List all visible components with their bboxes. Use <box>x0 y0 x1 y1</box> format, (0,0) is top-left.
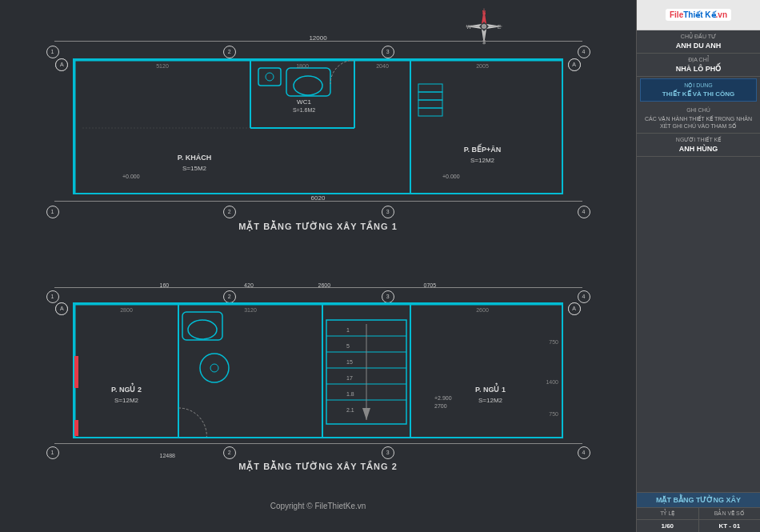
note-value: CÁC VẬN HÀNH THIẾT KẾ TRONG NHÂN XÉT GHI… <box>642 115 755 130</box>
svg-text:S=12M2: S=12M2 <box>470 157 495 164</box>
axis-3c: 3 <box>382 290 394 303</box>
sidebar: File Thiết Kế .vn CHỦ ĐẦU TƯ ANH DU ANH … <box>636 0 760 532</box>
svg-text:2800: 2800 <box>120 307 133 313</box>
svg-text:2600: 2600 <box>476 307 489 313</box>
project-owner-label: CHỦ ĐẦU TƯ <box>642 34 755 40</box>
svg-point-19 <box>294 76 322 95</box>
svg-text:2040: 2040 <box>376 63 389 69</box>
svg-rect-39 <box>74 304 562 438</box>
svg-rect-18 <box>286 68 330 96</box>
dim-total-1: 12000 <box>309 34 326 42</box>
svg-text:N: N <box>482 10 486 15</box>
svg-text:1800: 1800 <box>296 63 309 69</box>
svg-text:P. NGỦ 1: P. NGỦ 1 <box>475 382 506 394</box>
svg-text:WC1: WC1 <box>297 98 311 106</box>
designer-section: NGƯỜI THIẾT KẾ ANH HÙNG <box>637 134 760 157</box>
svg-point-54 <box>210 364 218 372</box>
svg-point-52 <box>188 320 217 339</box>
svg-text:2700: 2700 <box>434 403 447 409</box>
svg-text:S=12M2: S=12M2 <box>114 397 139 404</box>
svg-rect-20 <box>258 68 281 86</box>
address-section: ĐỊA CHỈ NHÀ LÔ PHỐ <box>637 54 760 77</box>
logo-vn: .vn <box>716 10 727 19</box>
svg-rect-75 <box>74 420 78 436</box>
main-drawing-area: S N W E 12000 1 2 3 4 B <box>0 0 636 532</box>
axis-4b: 4 <box>578 206 590 218</box>
axis-a-left1: A <box>55 58 68 71</box>
axis-3a: 3 <box>382 46 394 58</box>
floor2-title: MẶT BẰNG TƯỜNG XÂY TẦNG 2 <box>14 462 622 472</box>
description-section: NỘI DUNG THIẾT KẾ VÀ THI CÔNG <box>640 78 757 102</box>
description-label: NỘI DUNG <box>646 82 751 89</box>
axis-a-right2: A <box>568 302 581 315</box>
footer-row-2: 1/60 KT - 01 <box>637 519 760 532</box>
logo-area: File Thiết Kế .vn <box>637 0 760 30</box>
svg-text:750: 750 <box>550 339 559 345</box>
designer-label: NGƯỜI THIẾT KẾ <box>642 137 755 143</box>
svg-text:+0.000: +0.000 <box>122 174 140 179</box>
svg-text:S=12M2: S=12M2 <box>478 397 503 404</box>
svg-text:S=1.6M2: S=1.6M2 <box>293 107 315 113</box>
svg-text:P. KHÁCH: P. KHÁCH <box>178 154 211 162</box>
footer-row-1: TỶ LỆ BẢN VẼ SỐ <box>637 507 760 519</box>
logo-thietke: Thiết Kế <box>683 10 715 19</box>
svg-text:1.8: 1.8 <box>346 391 354 397</box>
logo-file: File <box>670 10 683 19</box>
axis-4c: 4 <box>578 290 590 303</box>
note-label: GHI CHÚ <box>642 106 755 114</box>
sidebar-bottom: MẶT BẰNG TƯỜNG XÂY TỶ LỆ BẢN VẼ SỐ 1/60 … <box>637 492 760 532</box>
note-section: GHI CHÚ CÁC VẬN HÀNH THIẾT KẾ TRONG NHÂN… <box>637 103 760 134</box>
axis-1d: 1 <box>46 446 59 459</box>
designer-value: ANH HÙNG <box>642 145 755 153</box>
svg-text:17: 17 <box>346 375 353 381</box>
axis-a-right1: A <box>568 58 581 71</box>
axis-2c: 2 <box>223 290 236 303</box>
svg-rect-16 <box>138 186 170 194</box>
floor2-svg: P. NGỦ 2 S=12M2 P. NGỦ 1 S=12M2 2800 312… <box>73 302 562 438</box>
svg-rect-30 <box>418 92 442 100</box>
axis-4a: 4 <box>578 46 590 58</box>
svg-point-21 <box>266 73 274 81</box>
svg-text:1: 1 <box>346 327 350 333</box>
axis-1c: 1 <box>46 290 59 303</box>
scale-value: 1/60 <box>637 520 699 532</box>
drawing-no-value: KT - 01 <box>699 520 761 532</box>
scale-label: TỶ LỆ <box>637 508 699 519</box>
svg-rect-17 <box>474 186 506 194</box>
axis-2a: 2 <box>223 46 236 58</box>
copyright-text: Copyright © FileThietKe.vn <box>270 502 366 510</box>
description-value: THIẾT KẾ VÀ THI CÔNG <box>646 90 751 98</box>
svg-text:3120: 3120 <box>244 307 257 313</box>
svg-marker-50 <box>362 408 370 420</box>
svg-text:+0.000: +0.000 <box>442 174 460 179</box>
axis-4d: 4 <box>578 446 590 459</box>
floor1-svg: P. KHÁCH S=15M2 P. BẾP+ĂN S=12M2 WC1 S=1… <box>73 58 562 194</box>
project-owner-value: ANH DU ANH <box>642 42 755 50</box>
svg-text:5120: 5120 <box>156 63 169 69</box>
axis-1b: 1 <box>46 206 59 218</box>
axis-a-left2: A <box>55 302 68 315</box>
axis-1a: 1 <box>46 46 59 58</box>
svg-rect-32 <box>418 108 442 116</box>
svg-rect-29 <box>418 84 442 92</box>
axis-3d: 3 <box>382 446 394 459</box>
svg-text:S=15M2: S=15M2 <box>182 165 207 172</box>
svg-point-53 <box>200 354 229 382</box>
project-owner-section: CHỦ ĐẦU TƯ ANH DU ANH <box>637 30 760 54</box>
svg-text:5: 5 <box>346 343 350 349</box>
svg-text:750: 750 <box>550 411 559 417</box>
drawing-title: MẶT BẰNG TƯỜNG XÂY <box>637 493 760 507</box>
address-label: ĐỊA CHỈ <box>642 57 755 63</box>
svg-text:15: 15 <box>346 359 353 365</box>
floor1-container: 12000 1 2 3 4 B A <box>14 34 622 232</box>
drawing-no-label: BẢN VẼ SỐ <box>699 508 761 519</box>
axis-2d: 2 <box>223 446 236 459</box>
svg-text:+2.900: +2.900 <box>434 395 452 401</box>
svg-text:P. NGỦ 2: P. NGỦ 2 <box>111 382 142 394</box>
axis-2b: 2 <box>223 206 236 218</box>
address-value: NHÀ LÔ PHỐ <box>642 65 755 73</box>
axis-3b: 3 <box>382 206 394 218</box>
svg-rect-73 <box>74 356 78 388</box>
svg-text:1400: 1400 <box>546 379 559 385</box>
svg-text:2.1: 2.1 <box>346 407 354 413</box>
